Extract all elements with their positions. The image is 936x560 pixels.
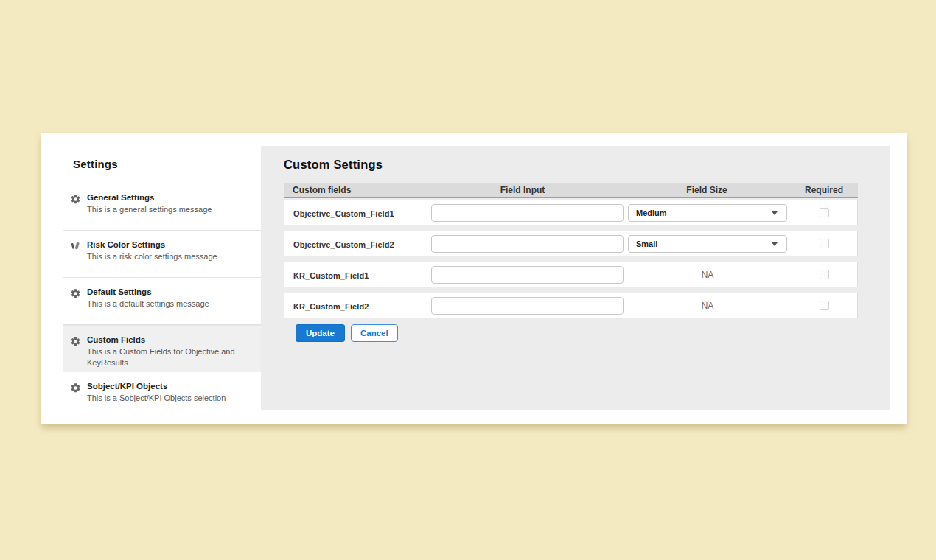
field-name: KR_Custom_Field2 <box>284 302 369 311</box>
table-row: KR_Custom_Field1 NA <box>284 262 858 287</box>
design-tools-icon <box>70 241 81 252</box>
field-size-na: NA <box>624 301 791 311</box>
column-header-required: Required <box>790 185 858 195</box>
column-header-field-size: Field Size <box>624 185 790 195</box>
sidebar-item-custom-fields[interactable]: Custom Fields This is a Custom Fields fo… <box>63 325 261 372</box>
update-button[interactable]: Update <box>296 324 345 342</box>
field-input[interactable] <box>431 297 624 315</box>
field-name: Objective_Custom_Field2 <box>284 240 394 249</box>
page-title: Custom Settings <box>261 146 890 172</box>
field-name: KR_Custom_Field1 <box>284 271 369 280</box>
custom-settings-panel: Custom Settings Custom fields Field Inpu… <box>261 146 890 410</box>
chevron-down-icon <box>772 242 778 246</box>
column-header-custom-fields: Custom fields <box>284 185 422 195</box>
table-body: Objective_Custom_Field1 Medium Objective… <box>284 200 858 318</box>
sidebar-item-description: This is a general settings message <box>87 204 212 215</box>
table-row: Objective_Custom_Field2 Small <box>284 231 858 256</box>
sidebar-item-label: Custom Fields <box>87 335 255 346</box>
settings-window: Settings General Settings This is a gene… <box>41 133 907 424</box>
field-input[interactable] <box>431 235 624 253</box>
gear-icon <box>70 194 81 205</box>
gear-icon <box>70 382 81 393</box>
required-checkbox[interactable] <box>820 239 829 248</box>
sidebar-item-sobject-kpi-objects[interactable]: Sobject/KPI Objects This is a Sobject/KP… <box>63 372 261 419</box>
gear-icon <box>70 288 81 299</box>
sidebar-item-description: This is a Custom Fields for Objective an… <box>87 346 255 368</box>
sidebar-item-description: This is a default settings message <box>87 298 209 309</box>
sidebar-item-label: Default Settings <box>87 287 209 298</box>
sidebar-item-general-settings[interactable]: General Settings This is a general setti… <box>63 183 261 231</box>
field-input[interactable] <box>431 266 624 284</box>
sidebar-item-label: Risk Color Settings <box>87 239 217 251</box>
required-checkbox[interactable] <box>820 270 829 279</box>
field-input[interactable] <box>431 204 624 222</box>
sidebar-nav: General Settings This is a general setti… <box>63 183 261 419</box>
sidebar-item-label: Sobject/KPI Objects <box>87 381 226 392</box>
column-header-field-input: Field Input <box>422 185 624 195</box>
field-name: Objective_Custom_Field1 <box>284 209 394 218</box>
sidebar-item-description: This is a risk color settings message <box>87 251 217 262</box>
cancel-button[interactable]: Cancel <box>351 324 398 342</box>
required-checkbox[interactable] <box>820 208 829 217</box>
sidebar-item-description: This is a Sobject/KPI Objects selection <box>87 393 226 404</box>
custom-fields-table: Custom fields Field Input Field Size Req… <box>284 183 858 318</box>
sidebar-item-label: General Settings <box>87 192 212 203</box>
chevron-down-icon <box>772 211 778 215</box>
gear-icon <box>70 336 81 347</box>
table-row: KR_Custom_Field2 NA <box>284 293 858 318</box>
settings-sidebar: Settings General Settings This is a gene… <box>63 133 261 424</box>
sidebar-item-default-settings[interactable]: Default Settings This is a default setti… <box>63 278 261 325</box>
table-header-row: Custom fields Field Input Field Size Req… <box>284 183 858 198</box>
sidebar-item-risk-color-settings[interactable]: Risk Color Settings This is a risk color… <box>63 231 261 278</box>
field-size-dropdown[interactable]: Small <box>628 235 787 253</box>
field-size-na: NA <box>624 270 791 280</box>
field-size-value: Medium <box>629 209 667 217</box>
sidebar-title: Settings <box>63 133 261 183</box>
field-size-value: Small <box>629 239 657 248</box>
form-actions: Update Cancel <box>296 324 398 342</box>
required-checkbox[interactable] <box>820 301 829 310</box>
table-row: Objective_Custom_Field1 Medium <box>284 200 858 225</box>
field-size-dropdown[interactable]: Medium <box>628 204 787 222</box>
